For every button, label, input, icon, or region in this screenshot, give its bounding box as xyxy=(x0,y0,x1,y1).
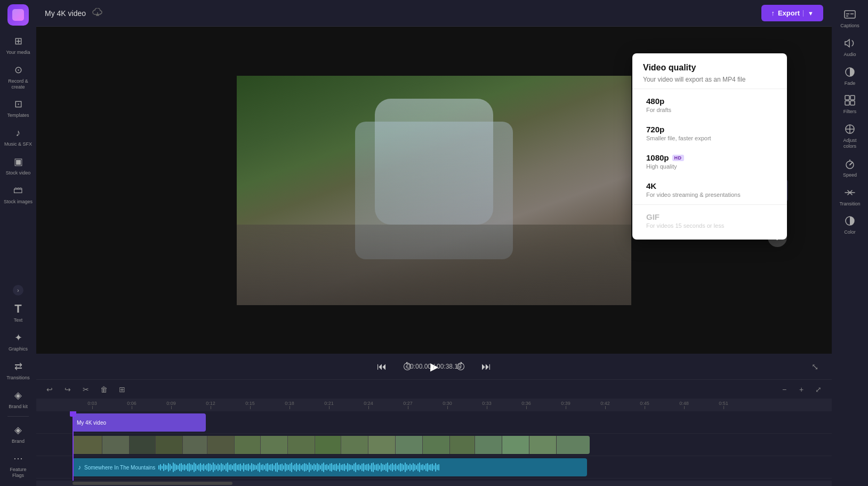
zoom-out-button[interactable]: − xyxy=(777,383,791,396)
delete-button[interactable]: 🗑 xyxy=(97,383,111,396)
waveform-bar xyxy=(286,464,287,471)
waveform-bar xyxy=(237,465,238,470)
waveform-bar xyxy=(298,465,299,470)
sidebar-item-transition[interactable]: Transition xyxy=(833,182,867,210)
waveform-bar xyxy=(433,465,435,469)
waveform-bar xyxy=(205,465,206,469)
quality-option-gif[interactable]: GIF For videos 15 seconds or less xyxy=(636,207,784,234)
waveform-bar xyxy=(262,464,263,471)
graphics-icon: ✦ xyxy=(11,331,25,345)
duplicate-button[interactable]: ⊞ xyxy=(115,383,129,396)
sidebar-item-color[interactable]: Color xyxy=(833,211,867,238)
waveform-bar xyxy=(274,465,275,469)
skip-to-start-button[interactable]: ⏮ xyxy=(373,358,390,375)
ruler-tick: 0:18 xyxy=(270,401,309,409)
quality-divider xyxy=(632,89,787,89)
speed-icon xyxy=(843,157,857,171)
waveform-bar xyxy=(197,465,198,469)
waveform-bar xyxy=(259,463,260,472)
waveform-bar xyxy=(243,463,244,472)
thumb-seg xyxy=(557,436,590,454)
app-logo[interactable] xyxy=(7,4,29,26)
video-thumbnails-clip[interactable] xyxy=(73,436,590,454)
sidebar-item-text[interactable]: T Text xyxy=(1,299,35,326)
total-time: 00:38.10 xyxy=(437,363,462,370)
waveform-bar xyxy=(387,463,388,472)
sidebar-item-speed[interactable]: Speed xyxy=(833,154,867,181)
timeline-scrollbar[interactable] xyxy=(36,481,832,486)
sidebar-item-fade[interactable]: Fade xyxy=(833,62,867,90)
skip-to-end-button[interactable]: ⏭ xyxy=(478,358,495,375)
scrollbar-thumb[interactable] xyxy=(73,482,232,485)
waveform-bar xyxy=(261,465,262,470)
sidebar-collapse-button[interactable]: › xyxy=(13,285,23,296)
waveform-bar xyxy=(416,465,417,469)
sidebar-label-record: Record &create xyxy=(8,78,28,90)
sidebar-item-adjust-colors[interactable]: Adjustcolors xyxy=(833,119,867,153)
sidebar-item-graphics[interactable]: ✦ Graphics xyxy=(1,328,35,355)
sidebar-divider xyxy=(7,416,29,417)
svg-line-20 xyxy=(850,163,852,165)
waveform-bar xyxy=(296,463,297,472)
video-clip[interactable]: My 4K video xyxy=(73,413,206,432)
waveform-bar xyxy=(353,464,355,471)
sidebar-item-templates[interactable]: ⊡ Templates xyxy=(1,94,35,122)
waveform-bar xyxy=(179,464,180,471)
thumb-seg xyxy=(235,436,260,454)
sidebar-item-brand[interactable]: ◈ Brand xyxy=(1,420,35,448)
sidebar-item-transitions[interactable]: ⇄ Transitions xyxy=(1,356,35,384)
sidebar-item-audio[interactable]: Audio xyxy=(833,33,867,61)
sidebar-item-stock-video[interactable]: ▣ Stock video xyxy=(1,152,35,179)
text-icon: T xyxy=(11,302,25,316)
cut-button[interactable]: ✂ xyxy=(79,383,93,396)
export-button[interactable]: ↑ Export ▼ xyxy=(761,5,823,21)
redo-button[interactable]: ↪ xyxy=(61,383,75,396)
sidebar-item-filters[interactable]: Filters xyxy=(833,90,867,118)
waveform-bar xyxy=(282,464,283,471)
sidebar-item-captions[interactable]: Captions xyxy=(833,4,867,32)
undo-button[interactable]: ↩ xyxy=(43,383,57,396)
fullscreen-button[interactable]: ⤡ xyxy=(806,358,823,375)
quality-dropdown-subtitle: Your video will export as an MP4 file xyxy=(632,76,787,89)
sidebar-item-brand-kit[interactable]: ◈ Brand kit xyxy=(1,385,35,413)
waveform-bar xyxy=(365,465,366,470)
quality-option-1080p[interactable]: 1080p HD High quality xyxy=(636,148,784,175)
quality-dropdown-header: Video quality xyxy=(632,53,787,76)
waveform-bar xyxy=(187,464,188,471)
audio-waveform xyxy=(158,463,582,472)
waveform-bar xyxy=(232,465,233,469)
sidebar-item-your-media[interactable]: ⊞ Your media xyxy=(1,31,35,59)
sidebar-item-record-create[interactable]: ⊙ Record &create xyxy=(1,60,35,93)
captions-label: Captions xyxy=(840,23,859,29)
time-separator: / xyxy=(433,363,437,370)
quality-option-4k[interactable]: 4K For video streaming & presentations xyxy=(636,176,784,203)
quality-option-480p[interactable]: 480p For drafts xyxy=(636,91,784,118)
sidebar-item-feature-flags[interactable]: ⋯ FeatureFlags xyxy=(1,448,35,482)
audio-clip[interactable]: ♪ Somewhere In The Mountains xyxy=(73,458,587,476)
sidebar-label-templates: Templates xyxy=(7,113,29,118)
audio-icon xyxy=(843,36,857,50)
waveform-bar xyxy=(283,465,284,469)
waveform-bar xyxy=(331,463,332,472)
right-sidebar: Captions Audio Fade Filters Adjustcolors… xyxy=(832,0,868,486)
zoom-in-button[interactable]: + xyxy=(794,383,808,396)
quality-option-720p[interactable]: 720p Smaller file, faster export xyxy=(636,119,784,147)
waveform-bar xyxy=(385,464,387,471)
waveform-bar xyxy=(403,465,404,470)
waveform-bar xyxy=(384,465,385,470)
fit-timeline-button[interactable]: ⤢ xyxy=(811,383,825,396)
filters-icon xyxy=(843,93,857,107)
waveform-bar xyxy=(355,463,356,472)
waveform-bar xyxy=(329,464,331,471)
waveform-bar xyxy=(174,464,175,471)
waveform-bar xyxy=(256,465,257,469)
thumb-seg xyxy=(529,436,556,454)
zoom-controls: − + ⤢ xyxy=(777,383,825,396)
thumb-seg xyxy=(396,436,422,454)
waveform-bar xyxy=(182,465,183,470)
waveform-bar xyxy=(318,464,319,471)
waveform-bar xyxy=(401,464,403,471)
sidebar-item-music-sfx[interactable]: ♪ Music & SFX xyxy=(1,123,35,150)
thumb-seg xyxy=(502,436,529,454)
sidebar-item-stock-images[interactable]: 🗃 Stock images xyxy=(1,180,35,208)
